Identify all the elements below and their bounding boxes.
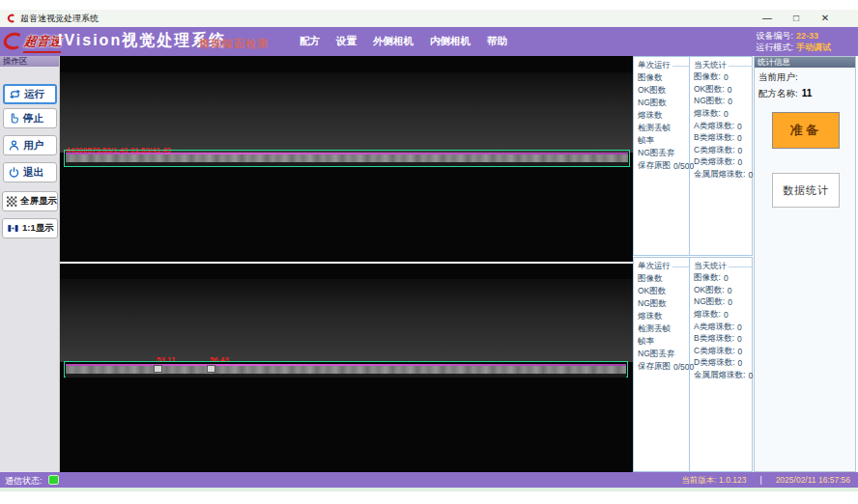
stat-row: C类熔珠数:0 (694, 346, 753, 358)
exit-button-label: 退出 (23, 166, 43, 180)
stat-row: 熔珠数 (638, 109, 689, 122)
stat-row: 保存原图0/500 (638, 159, 689, 172)
weld-strip-bottom (66, 366, 626, 374)
stat-row: 熔珠数:0 (694, 108, 753, 121)
menu-settings[interactable]: 设置 (336, 35, 357, 48)
operation-sidebar: 操作区 运行 停止 (0, 56, 60, 472)
run-mode-label: 运行模式: (756, 42, 793, 52)
data-statistics-button[interactable]: 数据统计 (772, 173, 840, 208)
brand-swoosh-icon (2, 31, 23, 52)
stat-row: OK图数 (638, 285, 689, 297)
comm-status-label: 通信状态: (5, 475, 43, 488)
status-bar: 通信状态: 当前版本: 1.0.123 | 2025/02/11 16:57:5… (0, 472, 858, 488)
stat-row: NG图丢弃 (638, 147, 689, 159)
stat-row: OK图数:0 (694, 285, 753, 297)
stat-row: D类熔珠数:0 (694, 357, 753, 370)
power-icon (8, 166, 20, 179)
close-button[interactable]: ✕ (819, 10, 831, 27)
today-stats-column: 当天统计 图像数:0 OK图数:0 NG图数:0 熔珠数:0 A类熔珠数:0 B… (689, 57, 753, 255)
minimize-button[interactable]: — (761, 10, 773, 27)
version-value: 1.0.123 (719, 475, 746, 485)
prepare-button[interactable]: 准备 (772, 112, 840, 149)
stat-row: NG图数:0 (694, 96, 753, 108)
single-run-header: 单次运行 (638, 60, 671, 71)
single-run-column: 单次运行 图像数 OK图数 NG图数 熔珠数 检测丢帧 帧率 NG图丢弃 保存原… (634, 57, 689, 255)
desktop-strip (0, 488, 858, 491)
menu-outer-camera[interactable]: 外侧相机 (373, 35, 414, 48)
user-icon (8, 139, 20, 152)
single-run-header: 单次运行 (638, 261, 671, 272)
stat-row: 图像数:0 (694, 71, 753, 84)
recipe-name-row: 配方名称:11 (758, 88, 855, 100)
os-titlebar: 超音速视觉处理系统 — □ ✕ (0, 10, 858, 27)
dither-grid-icon (7, 196, 17, 208)
stat-row: D类熔珠数:0 (694, 156, 753, 169)
current-user-row: 当前用户: (758, 71, 855, 84)
today-stats-header: 当天统计 (694, 261, 727, 272)
stat-row: 帧率 (638, 134, 689, 147)
today-stats-column: 当天统计 图像数:0 OK图数:0 NG图数:0 熔珠数:0 A类熔珠数:0 B… (689, 258, 753, 471)
main-area: 操作区 运行 停止 (0, 56, 858, 472)
exit-button[interactable]: 退出 (3, 162, 57, 182)
fullscreen-button-label: 全屏显示 (20, 195, 57, 208)
defect-marker-2 (207, 365, 215, 373)
stat-row: C类熔珠数:0 (694, 145, 753, 157)
menu-bar: 配方 设置 外侧相机 内侧相机 帮助 (300, 27, 507, 56)
stat-row: 熔珠数:0 (694, 309, 753, 322)
stop-button[interactable]: 停止 (3, 108, 57, 128)
stat-row: NG图数:0 (694, 296, 753, 309)
device-id-value: 22-33 (796, 31, 818, 41)
app-subtitle: 熔珠端面检测 (199, 37, 269, 51)
stat-row: 金属屑熔珠数:0 (694, 370, 753, 382)
app-window: 超音速视觉处理系统 — □ ✕ 超音速 IVision视觉处理系统 熔珠端面检测… (0, 0, 858, 504)
stats-panel-bottom: 单次运行 图像数 OK图数 NG图数 熔珠数 检测丢帧 帧率 NG图丢弃 保存原… (633, 257, 753, 472)
info-panel-header: 统计信息 (755, 57, 855, 68)
fullscreen-button[interactable]: 全屏显示 (2, 191, 58, 211)
menu-recipe[interactable]: 配方 (300, 35, 320, 48)
stop-button-label: 停止 (23, 112, 43, 126)
stat-row: A类熔珠数:0 (694, 120, 753, 132)
stat-row: 金属屑熔珠数:0 (694, 169, 753, 182)
one-to-one-icon (7, 222, 19, 235)
defect-marker-1 (154, 365, 162, 373)
menu-help[interactable]: 帮助 (487, 35, 507, 48)
version-info: 当前版本: 1.0.123 | 2025/02/11 16:57:56 (681, 475, 850, 487)
comm-status-ok-indicator (48, 475, 59, 485)
stat-row: OK图数:0 (694, 84, 753, 97)
separator: | (759, 475, 761, 487)
maximize-button[interactable]: □ (790, 10, 802, 27)
weld-strip-top (66, 154, 628, 162)
stat-row: OK图数 (638, 84, 689, 97)
app-logo-icon (6, 14, 15, 23)
sidebar-header: 操作区 (0, 56, 59, 67)
stat-row: B类熔珠数:0 (694, 132, 753, 145)
stat-row: 检测丢帧 (638, 322, 689, 335)
user-button-label: 用户 (23, 139, 43, 153)
window-title: 超音速视觉处理系统 (20, 13, 99, 25)
app-header: 超音速 IVision视觉处理系统 熔珠端面检测 配方 设置 外侧相机 内侧相机… (0, 27, 858, 56)
stat-row: B类熔珠数:0 (694, 333, 753, 346)
camera-image-top (60, 72, 633, 153)
run-button-label: 运行 (24, 88, 44, 101)
single-run-column: 单次运行 图像数 OK图数 NG图数 熔珠数 检测丢帧 帧率 NG图丢弃 保存原… (634, 258, 689, 471)
stat-row: 检测丢帧 (638, 122, 689, 134)
stat-row: 保存原图0/500 (638, 360, 689, 373)
stat-row: 图像数 (638, 71, 689, 84)
datetime-value: 2025/02/11 16:57:56 (776, 475, 850, 487)
stat-row: NG图数 (638, 297, 689, 310)
stat-row: 熔珠数 (638, 310, 689, 322)
user-button[interactable]: 用户 (3, 135, 57, 155)
camera-image-bottom (60, 279, 633, 362)
one-to-one-button-label: 1:1显示 (22, 222, 54, 235)
detection-box-top (64, 150, 630, 167)
stats-panel-top: 单次运行 图像数 OK图数 NG图数 熔珠数 检测丢帧 帧率 NG图丢弃 保存原… (633, 56, 753, 256)
device-id-label: 设备编号: (756, 31, 793, 41)
statistics-info-panel: 统计信息 当前用户: 配方名称:11 准备 数据统计 (754, 56, 856, 472)
menu-inner-camera[interactable]: 内侧相机 (430, 35, 471, 48)
run-button[interactable]: 运行 (3, 84, 57, 104)
cycle-icon (9, 88, 21, 100)
recipe-name-value: 11 (802, 88, 813, 98)
one-to-one-button[interactable]: 1:1显示 (2, 218, 58, 238)
stat-row: 图像数 (638, 272, 689, 285)
stat-row: NG图数 (638, 97, 689, 109)
